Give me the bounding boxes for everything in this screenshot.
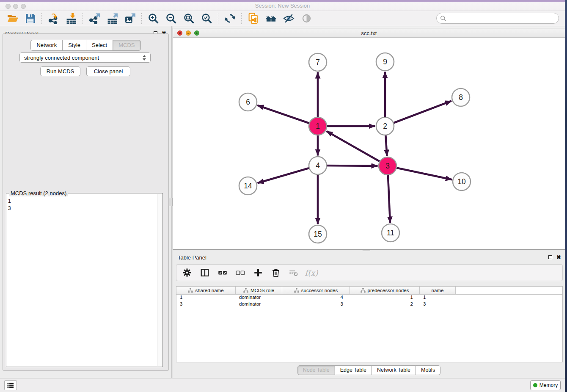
search-input[interactable]	[446, 14, 559, 22]
refresh-icon[interactable]	[223, 12, 236, 25]
task-history-button[interactable]	[4, 380, 17, 390]
left-splitter-handle[interactable]	[169, 198, 173, 206]
column-label: name	[432, 288, 444, 293]
table-cell[interactable]: 3	[176, 301, 236, 308]
list-icon	[6, 381, 15, 389]
graph-node-label: 10	[457, 177, 466, 186]
desktop-wallpaper-edge	[565, 0, 567, 392]
gear-icon[interactable]	[182, 267, 193, 278]
column-label: successor nodes	[301, 288, 338, 293]
column-header-name[interactable]: name	[420, 287, 456, 294]
import-table-icon[interactable]	[65, 12, 77, 25]
graph-node-label: 14	[244, 182, 252, 190]
close-panel-button[interactable]: Close panel	[86, 66, 130, 76]
table-cell[interactable]: 4	[282, 295, 350, 301]
columns-icon[interactable]	[199, 267, 210, 278]
memory-button[interactable]: Memory	[530, 380, 561, 390]
clone-network-icon[interactable]	[247, 12, 259, 25]
table-row[interactable]: 3dominator323	[176, 301, 562, 308]
column-header-shared-name[interactable]: shared name	[176, 287, 236, 294]
graph-node-label: 1	[316, 122, 320, 130]
mcds-result-box: MCDS result (2 nodes) 13	[6, 193, 163, 367]
add-column-icon[interactable]	[253, 267, 264, 278]
first-neighbors-icon[interactable]	[264, 12, 277, 25]
criterion-value: strongly connected component	[24, 55, 99, 61]
result-scrollbar[interactable]	[157, 194, 162, 366]
table-tab-network-table[interactable]: Network Table	[372, 365, 416, 375]
mcds-result-list: 13	[8, 194, 156, 366]
table-cell[interactable]: 1	[350, 295, 420, 301]
table-panel-title: Table Panel	[178, 254, 206, 261]
show-all-icon	[300, 12, 313, 25]
table-cell[interactable]: 1	[420, 295, 456, 301]
tab-select[interactable]: Select	[86, 40, 113, 51]
table-row[interactable]: 1dominator411	[176, 295, 562, 301]
fx-icon: f(x)	[306, 267, 317, 278]
export-image-icon[interactable]	[124, 12, 136, 25]
zoom-fit-icon[interactable]	[182, 12, 195, 25]
tab-style[interactable]: Style	[62, 40, 86, 51]
table-cell[interactable]: 3	[420, 301, 456, 308]
node-table: shared nameMCDS rolesuccessor nodesprede…	[176, 286, 563, 362]
graph-edge-3-1[interactable]	[326, 131, 388, 166]
column-label: shared name	[195, 288, 223, 293]
sort-hierarchy-icon	[361, 288, 366, 293]
table-toolbar: f(x)	[176, 264, 563, 281]
table-tabs: Node TableEdge TableNetwork TableMotifs	[173, 365, 565, 375]
application-window: Session: New Session Control Panel ✖ Net…	[0, 0, 565, 392]
select-all-checks-icon[interactable]	[217, 267, 228, 278]
tab-mcds[interactable]: MCDS	[113, 40, 140, 51]
table-cell[interactable]: 2	[350, 301, 420, 308]
column-header-MCDS-role[interactable]: MCDS role	[236, 287, 282, 294]
network-window-titlebar[interactable]: ✕ – + scc.txt	[173, 28, 565, 38]
network-graph-canvas[interactable]: 7968124314101511	[173, 38, 565, 249]
mcds-tab-content: Optimization criterion: strongly connect…	[3, 33, 169, 371]
table-tab-edge-table[interactable]: Edge Table	[335, 365, 372, 375]
tab-network[interactable]: Network	[30, 40, 63, 51]
close-table-panel-icon[interactable]: ✖	[556, 255, 561, 259]
criterion-dropdown[interactable]: strongly connected component	[19, 52, 151, 63]
mcds-result-item: 1	[8, 198, 156, 205]
float-table-panel-icon[interactable]	[548, 255, 552, 259]
import-network-icon[interactable]	[47, 12, 60, 25]
save-session-icon[interactable]	[24, 12, 36, 25]
toolbar-separator	[218, 13, 218, 24]
deselect-all-icon[interactable]	[235, 267, 246, 278]
hide-selected-icon[interactable]	[282, 12, 295, 25]
graph-node-label: 6	[246, 98, 250, 106]
export-table-icon[interactable]	[106, 12, 118, 25]
graph-edge-3-10[interactable]	[388, 166, 452, 179]
zoom-out-icon[interactable]	[165, 12, 177, 25]
table-cell[interactable]: dominator	[236, 301, 282, 308]
delete-column-icon[interactable]	[270, 267, 281, 278]
graph-node-label: 15	[314, 230, 322, 238]
graph-node-label: 11	[387, 229, 394, 237]
toolbar-separator	[241, 13, 242, 24]
run-mcds-button[interactable]: Run MCDS	[40, 66, 80, 76]
search-box[interactable]	[436, 13, 559, 24]
network-window-title: scc.txt	[173, 30, 565, 36]
column-header-successor-nodes[interactable]: successor nodes	[282, 287, 350, 294]
toolbar-separator	[141, 13, 142, 24]
sort-hierarchy-icon	[243, 288, 248, 293]
table-cell[interactable]: dominator	[236, 295, 282, 301]
table-tab-node-table[interactable]: Node Table	[297, 365, 335, 375]
control-panel-tabs: NetworkStyleSelectMCDS	[0, 40, 171, 51]
table-panel: Table Panel ✖ f(x) shared nameMCDS roles…	[173, 252, 565, 376]
graph-edge-1-6[interactable]	[257, 105, 318, 126]
export-network-icon[interactable]	[88, 12, 101, 25]
open-file-icon[interactable]	[6, 12, 19, 25]
column-label: predecessor nodes	[368, 288, 409, 293]
graph-edge-2-8[interactable]	[385, 101, 451, 126]
control-panel: Control Panel ✖ NetworkStyleSelectMCDS O…	[0, 28, 171, 373]
main-toolbar	[0, 11, 565, 26]
session-title: Session: New Session	[0, 3, 565, 9]
table-cell[interactable]: 1	[176, 295, 236, 301]
mcds-result-item: 3	[8, 205, 156, 212]
table-tab-motifs[interactable]: Motifs	[416, 365, 440, 375]
table-cell[interactable]: 3	[282, 301, 350, 308]
zoom-in-icon[interactable]	[147, 12, 160, 25]
zoom-selected-icon[interactable]	[200, 12, 213, 25]
column-header-predecessor-nodes[interactable]: predecessor nodes	[350, 287, 420, 294]
sort-hierarchy-icon	[188, 288, 193, 293]
